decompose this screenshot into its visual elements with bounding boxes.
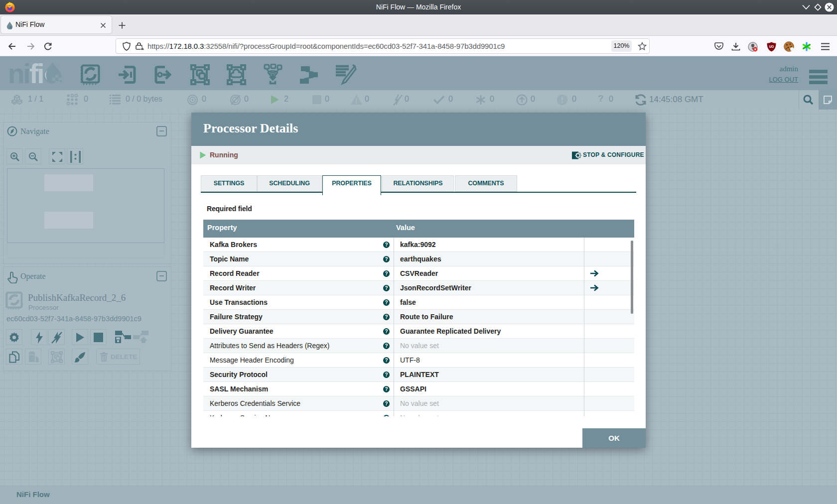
svg-text:UO: UO — [769, 45, 774, 48]
